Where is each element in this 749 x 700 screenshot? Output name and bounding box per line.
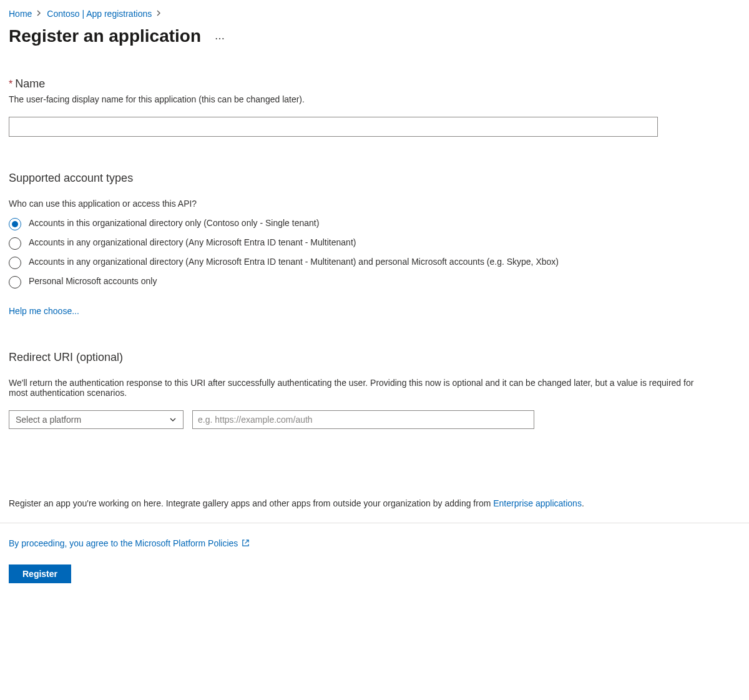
register-button[interactable]: Register [9,564,71,583]
footer-note-suffix: . [582,498,584,508]
breadcrumb-item-app-registrations[interactable]: Contoso | App registrations [47,9,152,19]
account-types-title: Supported account types [9,172,740,185]
divider [0,523,749,523]
radio-personal-only[interactable] [9,276,21,288]
breadcrumb-item-home[interactable]: Home [9,9,32,19]
account-types-section: Supported account types Who can use this… [9,172,740,316]
page-title: Register an application [9,26,201,46]
name-label: Name [15,77,45,90]
radio-label-multi-tenant-personal[interactable]: Accounts in any organizational directory… [29,256,659,269]
account-types-subtitle: Who can use this application or access t… [9,199,740,209]
redirect-uri-desc: We'll return the authentication response… [9,378,714,398]
name-input[interactable] [9,117,658,137]
platform-select[interactable]: Select a platform [9,410,184,429]
enterprise-applications-link[interactable]: Enterprise applications [493,498,582,508]
account-types-radio-group: Accounts in this organizational director… [9,217,740,288]
help-me-choose-link[interactable]: Help me choose... [9,306,79,316]
footer-note: Register an app you're working on here. … [9,498,740,510]
external-link-icon [242,539,250,547]
required-indicator: * [9,79,12,89]
radio-multi-tenant[interactable] [9,237,21,250]
more-actions-button[interactable]: ⋯ [215,32,226,44]
radio-label-multi-tenant[interactable]: Accounts in any organizational directory… [29,237,659,249]
footer-note-prefix: Register an app you're working on here. … [9,498,493,508]
chevron-right-icon [157,9,162,18]
redirect-uri-title: Redirect URI (optional) [9,351,740,364]
name-section: *Name The user-facing display name for t… [9,77,740,137]
radio-label-personal-only[interactable]: Personal Microsoft accounts only [29,275,659,288]
chevron-down-icon [169,416,177,423]
name-hint: The user-facing display name for this ap… [9,94,740,104]
breadcrumb: Home Contoso | App registrations [9,9,740,19]
chevron-right-icon [37,9,42,18]
policy-link[interactable]: By proceeding, you agree to the Microsof… [9,538,250,548]
radio-label-single-tenant[interactable]: Accounts in this organizational director… [29,217,659,230]
platform-select-value: Select a platform [16,415,81,425]
radio-multi-tenant-personal[interactable] [9,257,21,269]
redirect-uri-section: Redirect URI (optional) We'll return the… [9,351,740,429]
redirect-uri-input[interactable] [192,410,534,429]
policy-text: By proceeding, you agree to the Microsof… [9,538,238,548]
radio-single-tenant[interactable] [9,218,21,230]
